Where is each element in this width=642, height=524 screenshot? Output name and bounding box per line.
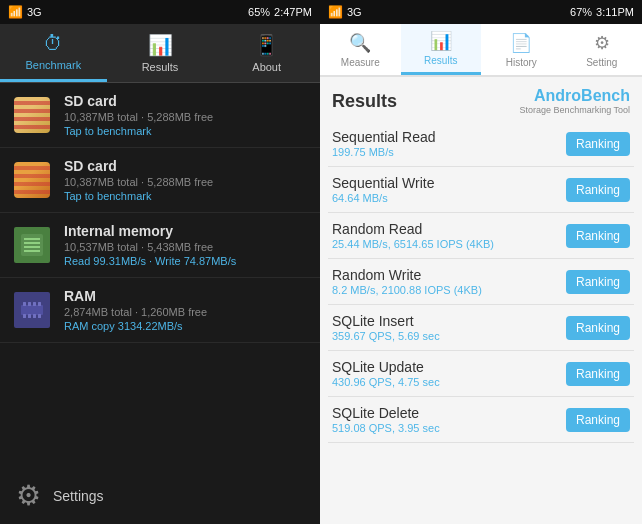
seq-read-ranking-button[interactable]: Ranking [566, 132, 630, 156]
rand-write-value: 8.2 MB/s, 2100.88 IOPS (4KB) [332, 284, 566, 296]
rand-write-info: Random Write 8.2 MB/s, 2100.88 IOPS (4KB… [332, 267, 566, 296]
sdcard2-icon [12, 160, 52, 200]
right-status-bar: 📶 3G 67% 3:11PM [320, 0, 642, 24]
svg-rect-9 [38, 302, 41, 306]
about-icon: 📱 [254, 33, 279, 57]
internal-subtitle: 10,537MB total · 5,438MB free [64, 241, 308, 253]
right-status-icons: 📶 3G [328, 5, 362, 19]
seq-write-name: Sequential Write [332, 175, 566, 191]
svg-rect-8 [33, 302, 36, 306]
left-time: 2:47PM [274, 6, 312, 18]
svg-rect-4 [24, 250, 40, 252]
sqlite-delete-ranking-button[interactable]: Ranking [566, 408, 630, 432]
result-row-seq-write: Sequential Write 64.64 MB/s Ranking [328, 167, 634, 213]
setting-icon: ⚙ [594, 32, 610, 54]
svg-rect-1 [24, 238, 40, 240]
internal-content: Internal memory 10,537MB total · 5,438MB… [64, 223, 308, 267]
list-item-ram[interactable]: RAM 2,874MB total · 1,260MB free RAM cop… [0, 278, 320, 343]
ram-action: RAM copy 3134.22MB/s [64, 320, 308, 332]
rand-read-value: 25.44 MB/s, 6514.65 IOPS (4KB) [332, 238, 566, 250]
svg-rect-3 [24, 246, 40, 248]
sqlite-update-name: SQLite Update [332, 359, 566, 375]
rtab-measure-label: Measure [341, 57, 380, 68]
seq-write-info: Sequential Write 64.64 MB/s [332, 175, 566, 204]
sdcard2-title: SD card [64, 158, 308, 174]
sqlite-update-ranking-button[interactable]: Ranking [566, 362, 630, 386]
result-row-rand-write: Random Write 8.2 MB/s, 2100.88 IOPS (4KB… [328, 259, 634, 305]
right-battery: 67% [570, 6, 592, 18]
left-status-bar: 📶 3G 65% 2:47PM [0, 0, 320, 24]
ram-subtitle: 2,874MB total · 1,260MB free [64, 306, 308, 318]
sqlite-insert-info: SQLite Insert 359.67 QPS, 5.69 sec [332, 313, 566, 342]
seq-read-name: Sequential Read [332, 129, 566, 145]
right-tab-bar: 🔍 Measure 📊 Results 📄 History ⚙ Setting [320, 24, 642, 77]
rtab-results-icon: 📊 [430, 30, 452, 52]
sdcard2-content: SD card 10,387MB total · 5,288MB free Ta… [64, 158, 308, 202]
svg-rect-2 [24, 242, 40, 244]
svg-rect-12 [33, 314, 36, 318]
right-wifi-icon: 📶 [328, 5, 343, 19]
right-status-right: 67% 3:11PM [570, 6, 634, 18]
settings-item[interactable]: ⚙ Settings [0, 467, 320, 524]
right-time: 3:11PM [596, 6, 634, 18]
settings-icon: ⚙ [16, 479, 41, 512]
results-list: Sequential Read 199.75 MB/s Ranking Sequ… [320, 121, 642, 524]
result-row-sqlite-delete: SQLite Delete 519.08 QPS, 3.95 sec Ranki… [328, 397, 634, 443]
result-row-sqlite-insert: SQLite Insert 359.67 QPS, 5.69 sec Ranki… [328, 305, 634, 351]
seq-write-ranking-button[interactable]: Ranking [566, 178, 630, 202]
ram-icon-container [12, 290, 52, 330]
list-item-sdcard2[interactable]: SD card 10,387MB total · 5,288MB free Ta… [0, 148, 320, 213]
internal-title: Internal memory [64, 223, 308, 239]
sqlite-insert-name: SQLite Insert [332, 313, 566, 329]
internal-action: Read 99.31MB/s · Write 74.87MB/s [64, 255, 308, 267]
rtab-results[interactable]: 📊 Results [401, 24, 482, 75]
sdcard1-subtitle: 10,387MB total · 5,288MB free [64, 111, 308, 123]
svg-rect-5 [21, 305, 43, 315]
rtab-setting-label: Setting [586, 57, 617, 68]
wifi-icon: 📶 [8, 5, 23, 19]
ram-content: RAM 2,874MB total · 1,260MB free RAM cop… [64, 288, 308, 332]
tab-about[interactable]: 📱 About [213, 24, 320, 82]
rand-write-name: Random Write [332, 267, 566, 283]
sdcard1-icon [12, 95, 52, 135]
results-header: Results AndroBench Storage Benchmarking … [320, 77, 642, 121]
sdcard1-title: SD card [64, 93, 308, 109]
benchmark-list: SD card 10,387MB total · 5,288MB free Ta… [0, 83, 320, 467]
benchmark-icon: ⏱ [43, 32, 63, 55]
logo-main-text: AndroBench [520, 87, 630, 105]
tab-results[interactable]: 📊 Results [107, 24, 214, 82]
rtab-measure[interactable]: 🔍 Measure [320, 24, 401, 75]
rand-write-ranking-button[interactable]: Ranking [566, 270, 630, 294]
ram-title: RAM [64, 288, 308, 304]
seq-read-info: Sequential Read 199.75 MB/s [332, 129, 566, 158]
rtab-history[interactable]: 📄 History [481, 24, 562, 75]
left-battery: 65% [248, 6, 270, 18]
results-title: Results [332, 91, 397, 112]
left-status-icons: 📶 3G [8, 5, 42, 19]
history-icon: 📄 [510, 32, 532, 54]
rand-read-ranking-button[interactable]: Ranking [566, 224, 630, 248]
results-icon: 📊 [148, 33, 173, 57]
measure-icon: 🔍 [349, 32, 371, 54]
list-item-internal[interactable]: Internal memory 10,537MB total · 5,438MB… [0, 213, 320, 278]
sqlite-delete-value: 519.08 QPS, 3.95 sec [332, 422, 566, 434]
tab-benchmark[interactable]: ⏱ Benchmark [0, 24, 107, 82]
sqlite-insert-value: 359.67 QPS, 5.69 sec [332, 330, 566, 342]
right-panel: 📶 3G 67% 3:11PM 🔍 Measure 📊 Results 📄 Hi… [320, 0, 642, 524]
sdcard1-action: Tap to benchmark [64, 125, 308, 137]
signal-text: 3G [27, 6, 42, 18]
sqlite-delete-info: SQLite Delete 519.08 QPS, 3.95 sec [332, 405, 566, 434]
sqlite-delete-name: SQLite Delete [332, 405, 566, 421]
svg-rect-13 [38, 314, 41, 318]
rand-read-info: Random Read 25.44 MB/s, 6514.65 IOPS (4K… [332, 221, 566, 250]
sdcard2-subtitle: 10,387MB total · 5,288MB free [64, 176, 308, 188]
logo-bench: Bench [581, 87, 630, 104]
tab-results-label: Results [142, 61, 179, 73]
sdcard1-content: SD card 10,387MB total · 5,288MB free Ta… [64, 93, 308, 137]
result-row-sqlite-update: SQLite Update 430.96 QPS, 4.75 sec Ranki… [328, 351, 634, 397]
rtab-results-label: Results [424, 55, 457, 66]
rtab-setting[interactable]: ⚙ Setting [562, 24, 643, 75]
list-item-sdcard1[interactable]: SD card 10,387MB total · 5,288MB free Ta… [0, 83, 320, 148]
svg-rect-10 [23, 314, 26, 318]
sqlite-insert-ranking-button[interactable]: Ranking [566, 316, 630, 340]
